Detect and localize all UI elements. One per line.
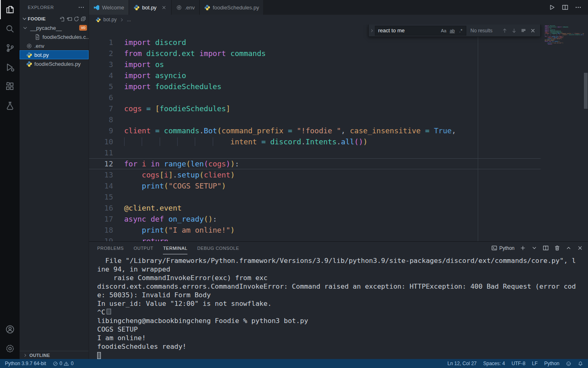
whole-word-icon[interactable]: ab [448,27,457,35]
new-folder-button[interactable] [67,16,72,22]
status-encoding[interactable]: UTF-8 [512,361,526,366]
code-line-13[interactable]: 13 cogs[i].setup(client) [89,169,541,180]
breadcrumb-file[interactable]: bot.py [103,17,117,22]
panel-tab-debug-console[interactable]: DEBUG CONSOLE [197,242,239,254]
gear-icon [26,43,32,49]
code-line-18[interactable]: 18 print("I am online!") [89,224,541,236]
vscode-window: EXPLORER FOODIE __pycache__vofoodieSched… [0,0,588,359]
file-item-foodieschedules-py[interactable]: foodieSchedules.py [20,59,89,68]
editor-ruler [478,25,478,241]
find-input[interactable]: react to me Aa ab .* [375,26,466,36]
activity-item-source-control[interactable] [0,38,20,58]
code-line-10[interactable]: 10 intent = discord.Intents.all()) [89,136,541,147]
file-item-bot-py[interactable]: bot.py [20,50,89,59]
terminal-cursor [97,352,101,359]
activity-item-explorer[interactable] [0,0,20,19]
code-area[interactable]: 1import discord2from discord.ext import … [89,25,541,241]
tab--env[interactable]: .env [172,0,200,15]
file-item-foodieschedules-c-[interactable]: foodieSchedules.c... [20,32,89,41]
code-line-2[interactable]: 2from discord.ext import commands [89,48,541,59]
line-number: 2 [89,48,113,59]
editor-more-button[interactable] [575,4,581,11]
activity-item-settings[interactable] [0,339,20,358]
code-line-17[interactable]: 17async def on_ready(): [89,213,541,224]
status-python-interpreter[interactable]: Python 3.9.7 64-bit [5,361,46,366]
find-close-button[interactable] [528,26,537,35]
code-line-14[interactable]: 14 print("COGS SETUP") [89,180,541,191]
status-language-mode[interactable]: Python [544,361,559,366]
status-cursor-position[interactable]: Ln 12, Col 27 [448,361,477,366]
tab-bot-py[interactable]: bot.py [129,0,172,15]
find-previous-button[interactable] [500,26,509,35]
code-line-7[interactable]: 7cogs = [foodieSchedules] [89,103,541,114]
file-item--pycache-[interactable]: __pycache__vo [20,23,89,32]
status-problems[interactable]: 00 [53,361,74,366]
new-file-button[interactable] [60,16,65,22]
code-line-11[interactable]: 11 [89,147,541,158]
explorer-more-icon[interactable] [78,4,85,11]
chevron-right-icon [119,17,125,22]
code-line-12[interactable]: 12for i in range(len(cogs)): [89,158,541,169]
activity-item-account[interactable] [0,320,20,339]
kill-terminal-button[interactable] [554,245,560,251]
terminal-profiles-button[interactable] [531,245,537,251]
activity-item-testing[interactable] [0,96,20,115]
code-line-4[interactable]: 4import asyncio [89,70,541,81]
minimap[interactable]: import discordfrom discord.ext import co… [545,25,584,45]
match-case-icon[interactable]: Aa [439,27,448,35]
editor-scrollbar[interactable] [584,73,588,109]
terminal-shell-selector[interactable]: Python [491,245,514,251]
toggle-replace-button[interactable] [369,25,375,36]
code-line-9[interactable]: 9client = commands.Bot(command_prefix = … [89,125,541,136]
editor-actions [549,0,588,15]
panel-tab-problems[interactable]: PROBLEMS [97,242,124,254]
code-line-15[interactable]: 15 [89,191,541,202]
tab-welcome[interactable]: Welcome [89,0,129,15]
terminal[interactable]: File "/Library/Frameworks/Python.framewo… [89,254,588,359]
code-line-3[interactable]: 3import os [89,59,541,70]
editor[interactable]: 1import discord2from discord.ext import … [89,25,588,241]
code-line-6[interactable]: 6 [89,92,541,103]
maximize-panel-button[interactable] [566,245,572,251]
explorer-title: EXPLORER [28,5,54,10]
activity-item-extensions[interactable] [0,77,20,96]
breadcrumb[interactable]: bot.py ... [89,15,588,25]
tab-label: foodieSchedules.py [213,4,259,11]
panel-tab-output[interactable]: OUTPUT [134,242,153,254]
outline-label: OUTLINE [29,353,50,358]
close-panel-button[interactable] [577,245,583,251]
code-line-16[interactable]: 16@client.event [89,202,541,213]
find-next-button[interactable] [509,26,519,35]
status-label: Python [544,361,559,366]
split-terminal-button[interactable] [543,245,549,251]
code-line-5[interactable]: 5import foodieSchedules [89,81,541,92]
error-icon [53,361,58,366]
refresh-button[interactable] [74,16,79,22]
status-notifications[interactable] [578,361,583,366]
line-number: 7 [89,103,113,114]
code-line-1[interactable]: 1import discord [89,37,541,48]
status-indentation[interactable]: Spaces: 4 [483,361,505,366]
status-eol[interactable]: LF [532,361,538,366]
file-item--env[interactable]: .env [20,41,89,50]
activity-item-run-debug[interactable] [0,58,20,77]
tab-foodieschedules-py[interactable]: foodieSchedules.py [200,0,264,15]
folder-section-header[interactable]: FOODIE [20,14,89,23]
outline-section[interactable]: OUTLINE [20,351,89,359]
run-file-button[interactable] [549,4,555,11]
close-tab-icon[interactable] [161,5,167,10]
regex-icon[interactable]: .* [457,27,465,35]
line-number: 10 [89,136,113,147]
breadcrumb-symbol[interactable]: ... [127,17,131,22]
line-number: 16 [89,202,113,213]
activity-item-search[interactable] [0,19,20,38]
line-number: 5 [89,81,113,92]
collapse-all-button[interactable] [80,16,86,22]
panel-tab-terminal[interactable]: TERMINAL [163,242,187,254]
code-line-19[interactable]: 19 return [89,236,541,241]
new-terminal-button[interactable] [520,245,526,251]
code-line-8[interactable]: 8 [89,114,541,125]
status-feedback[interactable] [566,361,571,366]
find-in-selection-button[interactable] [519,26,528,35]
split-editor-button[interactable] [562,4,568,11]
